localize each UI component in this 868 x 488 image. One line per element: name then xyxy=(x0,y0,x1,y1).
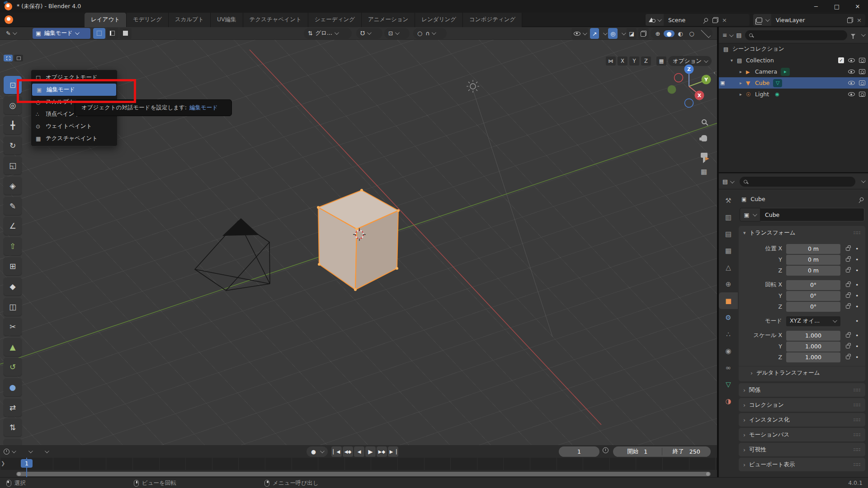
tool-button[interactable] xyxy=(4,197,22,215)
outliner-row[interactable]: シーンコレクション xyxy=(719,43,868,55)
lock-icon[interactable] xyxy=(846,294,850,298)
lock-icon[interactable] xyxy=(846,258,850,262)
mode-dropdown[interactable]: ▣ 編集モード xyxy=(33,28,90,39)
tool-button[interactable] xyxy=(4,338,22,356)
editor-type-button[interactable] xyxy=(4,449,15,455)
properties-tab[interactable] xyxy=(719,259,738,276)
tool-button[interactable] xyxy=(4,358,22,376)
end-frame-field[interactable]: 終了250 xyxy=(662,448,711,455)
snap-target-dropdown[interactable]: ⊡ xyxy=(384,28,410,39)
current-frame-field[interactable]: 1 xyxy=(559,446,599,457)
zoom-button[interactable] xyxy=(698,116,710,127)
prev-keyframe-button[interactable]: ◀◆ xyxy=(343,446,353,457)
properties-tab[interactable] xyxy=(719,192,738,209)
disclosure-triangle-icon[interactable] xyxy=(740,80,746,85)
mode-menu-item[interactable]: ⊙ ウェイトペイント xyxy=(31,120,117,132)
tool-button[interactable] xyxy=(4,418,22,436)
menu-item[interactable] xyxy=(64,17,75,23)
tool-button[interactable] xyxy=(4,298,22,316)
copy-icon[interactable] xyxy=(712,17,718,23)
workspace-tab[interactable]: アニメーション xyxy=(362,13,415,27)
collapsed-panel-header[interactable]: ›ビューポート表示 ∷∷ xyxy=(739,458,865,471)
properties-tab[interactable] xyxy=(719,359,738,376)
outliner-row[interactable]: Camera xyxy=(719,66,868,77)
wireframe-shading-button[interactable]: ⊕ xyxy=(652,30,663,37)
timeline-menu-item[interactable] xyxy=(37,448,53,455)
tool-button[interactable] xyxy=(4,177,22,195)
value-field[interactable]: 0 m xyxy=(786,266,840,276)
lock-icon[interactable] xyxy=(846,247,850,251)
start-frame-field[interactable]: 開始1 xyxy=(613,448,662,455)
viewport-menu-item[interactable] xyxy=(198,31,208,36)
collapsed-panel-header[interactable]: ›関係 ∷∷ xyxy=(739,383,865,397)
view-layer-name[interactable]: ViewLayer xyxy=(771,17,812,23)
transform-panel-header[interactable]: ▾トランスフォーム ∷∷ xyxy=(739,226,865,239)
copy-icon[interactable] xyxy=(847,17,853,23)
outliner-item-label[interactable]: Light xyxy=(755,91,769,98)
scene-name[interactable]: Scene xyxy=(664,17,704,23)
editor-type-button[interactable]: ▤ xyxy=(722,178,733,185)
camera-view-button[interactable] xyxy=(698,149,710,161)
grip-icon[interactable]: ∷∷ xyxy=(854,447,861,453)
disable-render-icon[interactable] xyxy=(859,80,865,85)
tool-button[interactable] xyxy=(4,439,22,445)
viewport-menu-item[interactable] xyxy=(139,31,149,36)
value-field[interactable]: 0° xyxy=(786,302,840,312)
disable-render-icon[interactable] xyxy=(859,69,865,74)
play-button[interactable]: ▶ xyxy=(365,446,376,457)
collapsed-panel-header[interactable]: ›コレクション ∷∷ xyxy=(739,398,865,412)
editor-type-button[interactable]: ✎ xyxy=(3,28,19,39)
animate-dot-icon[interactable]: • xyxy=(855,292,859,299)
close-icon[interactable]: × xyxy=(722,17,727,23)
tool-button[interactable] xyxy=(4,378,22,396)
lock-icon[interactable] xyxy=(846,305,850,309)
tool-button[interactable] xyxy=(4,277,22,296)
play-reverse-button[interactable]: ◀ xyxy=(354,446,364,457)
workspace-tab[interactable]: UV編集 xyxy=(211,13,243,27)
lock-icon[interactable] xyxy=(846,269,850,272)
properties-tab[interactable] xyxy=(719,209,738,225)
hide-eye-icon[interactable] xyxy=(848,58,855,62)
transform-orientation-dropdown[interactable]: ⇅ グロ... xyxy=(304,28,352,39)
tool-button[interactable] xyxy=(4,136,22,155)
properties-tab[interactable] xyxy=(719,393,738,409)
workspace-tab[interactable]: シェーディング xyxy=(308,13,362,27)
auto-keying-button[interactable]: ● xyxy=(307,446,328,457)
value-field[interactable]: 0 m xyxy=(786,255,840,265)
pan-button[interactable] xyxy=(698,132,710,144)
edge-select-button[interactable] xyxy=(106,28,118,39)
viewport-menu-item[interactable] xyxy=(149,31,159,36)
overlays-toggle[interactable]: ◎ xyxy=(608,28,618,39)
menu-item[interactable] xyxy=(17,17,28,23)
viewport-menu-item[interactable] xyxy=(179,31,189,36)
tool-button[interactable] xyxy=(4,217,22,235)
properties-tab[interactable] xyxy=(719,326,738,343)
grip-icon[interactable]: ∷∷ xyxy=(854,387,861,393)
timeline-menu-item[interactable] xyxy=(63,448,73,455)
workspace-tab[interactable]: モデリング xyxy=(127,13,169,27)
value-field[interactable]: 0° xyxy=(786,280,840,290)
view-layer-selector[interactable]: ViewLayer × xyxy=(753,14,865,26)
properties-tab[interactable] xyxy=(719,276,738,292)
properties-search-input[interactable] xyxy=(740,177,855,187)
rendered-shading-button[interactable]: ○ xyxy=(686,30,697,37)
timeline-menu-item[interactable] xyxy=(20,448,37,455)
navigation-gizmo[interactable]: Z Y X xyxy=(668,65,711,108)
animate-dot-icon[interactable]: • xyxy=(855,343,859,350)
animate-dot-icon[interactable]: • xyxy=(855,267,859,274)
lock-icon[interactable] xyxy=(846,334,850,338)
current-frame-badge[interactable]: 1 xyxy=(21,459,33,468)
hide-eye-icon[interactable] xyxy=(848,92,855,96)
viewport-menu-item[interactable] xyxy=(189,31,198,36)
hide-eye-icon[interactable] xyxy=(848,81,855,85)
outliner-row[interactable]: Cube xyxy=(719,77,868,89)
workspace-tab[interactable]: レイアウト xyxy=(85,13,127,27)
value-field[interactable]: 0° xyxy=(786,291,840,301)
lock-icon[interactable] xyxy=(846,283,850,287)
value-field[interactable]: 1.000 xyxy=(786,331,840,341)
disclosure-triangle-icon[interactable] xyxy=(731,58,737,63)
animate-dot-icon[interactable]: • xyxy=(855,256,859,263)
snap-toggle[interactable]: Ω xyxy=(356,28,382,39)
grip-icon[interactable]: ∷∷ xyxy=(854,432,861,438)
jump-to-start-button[interactable]: ▏◀ xyxy=(331,446,342,457)
